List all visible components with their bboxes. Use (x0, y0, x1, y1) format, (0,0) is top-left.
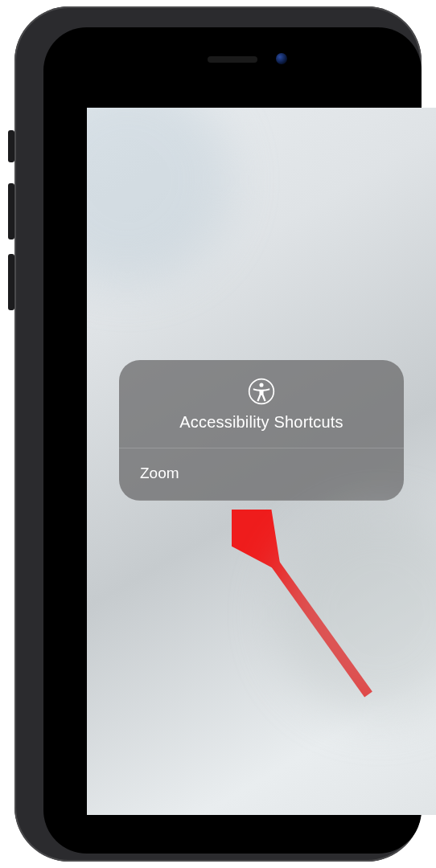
phone-bezel: Accessibility Shortcuts Zoom (43, 27, 422, 854)
popup-title: Accessibility Shortcuts (135, 413, 388, 432)
popup-header: Accessibility Shortcuts (119, 360, 404, 448)
volume-up-button[interactable] (8, 183, 14, 240)
svg-line-2 (248, 526, 368, 694)
mute-switch[interactable] (8, 130, 14, 162)
volume-down-button[interactable] (8, 254, 14, 310)
front-camera (276, 53, 287, 64)
accessibility-icon (248, 378, 275, 405)
annotation-arrow (232, 510, 393, 719)
device-mockup: Accessibility Shortcuts Zoom (0, 0, 436, 868)
shortcut-label: Zoom (140, 465, 179, 481)
phone-body: Accessibility Shortcuts Zoom (14, 6, 422, 862)
earpiece (208, 56, 257, 63)
accessibility-shortcuts-popup: Accessibility Shortcuts Zoom (119, 360, 404, 501)
shortcut-row-zoom[interactable]: Zoom (119, 448, 404, 501)
screen: Accessibility Shortcuts Zoom (87, 108, 436, 815)
svg-point-1 (259, 383, 263, 387)
